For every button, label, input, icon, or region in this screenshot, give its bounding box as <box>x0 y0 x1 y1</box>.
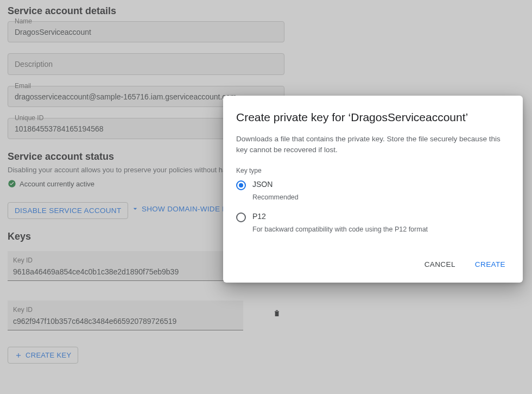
key-type-label: Key type <box>236 167 510 174</box>
dialog-title: Create private key for ‘DragosServiceacc… <box>236 111 510 124</box>
key-type-option-json[interactable]: JSON <box>236 180 510 190</box>
create-button[interactable]: Create <box>471 256 510 273</box>
radio-icon[interactable] <box>236 212 246 222</box>
option-sublabel: For backward compatibility with code usi… <box>252 226 510 233</box>
option-label: JSON <box>252 180 273 189</box>
cancel-button[interactable]: Cancel <box>420 256 460 273</box>
option-label: P12 <box>252 212 266 221</box>
create-private-key-dialog: Create private key for ‘DragosServiceacc… <box>223 96 523 283</box>
radio-icon[interactable] <box>236 180 246 190</box>
dialog-description: Downloads a file that contains the priva… <box>236 134 510 155</box>
option-sublabel: Recommended <box>252 193 510 201</box>
key-type-option-p12[interactable]: P12 <box>236 212 510 222</box>
